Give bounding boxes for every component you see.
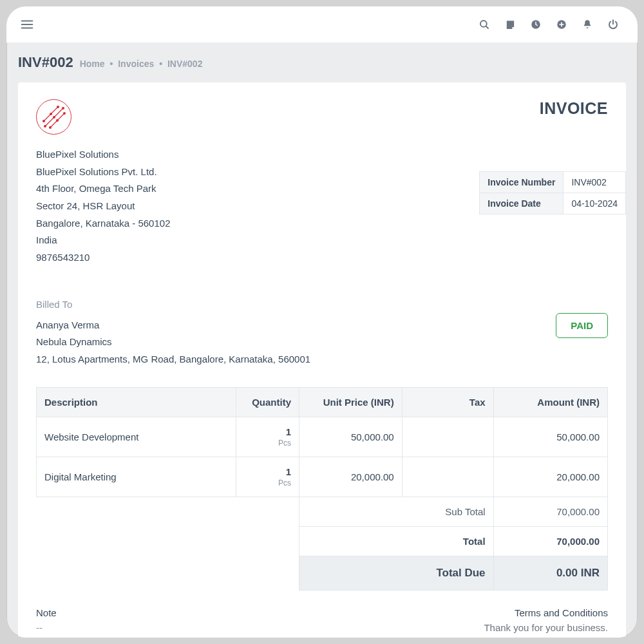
clock-icon[interactable]: [523, 12, 549, 37]
invoice-number-label: Invoice Number: [480, 172, 564, 193]
note-block: Note --: [36, 607, 57, 633]
svg-point-12: [43, 120, 44, 122]
breadcrumb: Home • Invoices • INV#002: [80, 59, 203, 69]
line-items-table: Description Quantity Unit Price (INR) Ta…: [36, 387, 608, 591]
crumb-current: INV#002: [167, 59, 202, 69]
menu-button[interactable]: [15, 13, 39, 36]
document-type: INVOICE: [540, 99, 608, 118]
subtotal-value: 70,000.00: [493, 497, 607, 526]
svg-point-14: [49, 126, 51, 128]
invoice-number-value: INV#002: [564, 172, 626, 193]
total-label: Total: [299, 526, 494, 556]
table-row: Website Development 1Pcs 50,000.00 50,00…: [37, 417, 608, 457]
power-icon[interactable]: [600, 12, 626, 37]
total-due-label: Total Due: [299, 556, 494, 590]
svg-point-18: [56, 119, 58, 121]
add-icon[interactable]: [549, 12, 574, 37]
svg-line-4: [486, 26, 488, 28]
billed-to: Billed To Ananya Verma Nebula Dynamics 1…: [36, 296, 310, 368]
status-badge: PAID: [556, 313, 608, 338]
svg-point-11: [62, 107, 64, 109]
total-value: 70,000.00: [493, 526, 607, 556]
col-quantity: Quantity: [236, 387, 299, 417]
crumb-home[interactable]: Home: [80, 59, 105, 69]
invoice-card: INVOICE BluePixel Solutions BluePixel So…: [18, 82, 626, 638]
svg-point-16: [53, 116, 55, 118]
col-tax: Tax: [402, 387, 493, 417]
company-logo: [36, 99, 71, 135]
search-icon[interactable]: [471, 12, 497, 37]
col-unit-price: Unit Price (INR): [299, 387, 402, 417]
subtotal-label: Sub Total: [299, 497, 494, 526]
invoice-meta-table: Invoice Number INV#002 Invoice Date 04-1…: [479, 171, 626, 214]
invoice-date-label: Invoice Date: [480, 193, 564, 214]
crumb-invoices[interactable]: Invoices: [118, 59, 154, 69]
bell-icon[interactable]: [574, 12, 600, 37]
table-row: Digital Marketing 1Pcs 20,000.00 20,000.…: [37, 457, 608, 497]
svg-point-17: [50, 113, 52, 115]
col-amount: Amount (INR): [493, 387, 607, 417]
invoice-date-value: 04-10-2024: [564, 193, 626, 214]
svg-point-13: [57, 106, 59, 108]
terms-block: Terms and Conditions Thank you for your …: [484, 607, 608, 633]
note-icon[interactable]: [497, 12, 523, 37]
page-title: INV#002: [18, 54, 73, 71]
total-due-value: 0.00 INR: [493, 556, 607, 590]
col-description: Description: [37, 387, 236, 417]
svg-point-15: [63, 112, 65, 114]
svg-point-10: [44, 125, 46, 127]
